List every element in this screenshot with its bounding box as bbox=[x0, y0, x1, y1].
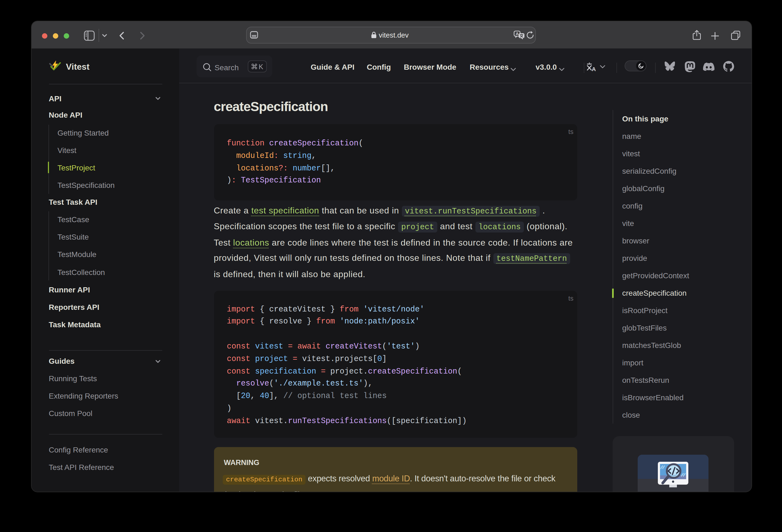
svg-text:A: A bbox=[516, 31, 519, 36]
svg-text:A: A bbox=[592, 66, 596, 71]
